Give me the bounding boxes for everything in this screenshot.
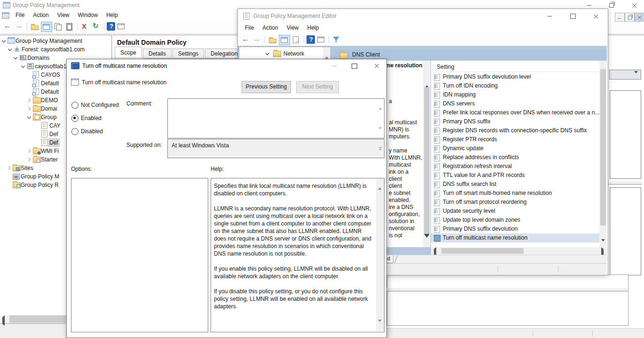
gpm-lower-splitter[interactable] xyxy=(387,288,628,291)
dialog-minimize-button[interactable] xyxy=(328,62,340,70)
previous-setting-button[interactable]: Previous Setting xyxy=(242,81,291,93)
gpme-settings-pane: Setting Primary DNS suffix devolution le… xyxy=(431,61,599,247)
chevron-down-icon[interactable] xyxy=(265,51,270,56)
settings-item-turn-off-smart-multi-homed-name-resolution[interactable]: Turn off smart multi-homed name resoluti… xyxy=(431,189,599,198)
settings-item-turn-off-smart-protocol-reordering[interactable]: Turn off smart protocol reordering xyxy=(431,198,599,207)
settings-item-register-ptr-records[interactable]: Register PTR records xyxy=(431,135,599,144)
new-window-icon[interactable] xyxy=(116,22,126,31)
tab-settings[interactable]: Settings xyxy=(173,48,204,59)
menu-file[interactable]: File xyxy=(241,23,258,32)
settings-item-idn-mapping[interactable]: IDN mapping xyxy=(431,90,599,99)
settings-item-update-top-level-domain-zones[interactable]: Update top level domain zones xyxy=(431,216,599,225)
up-one-level-icon[interactable] xyxy=(267,35,278,44)
settings-item-register-dns-records-with-connection-specific-dns-suffix[interactable]: Register DNS records with connection-spe… xyxy=(431,126,599,135)
settings-item-prefer-link-local-responses-over-dns-when-received-over-a-n[interactable]: Prefer link local responses over DNS whe… xyxy=(431,108,599,117)
scroll-up-arrow[interactable] xyxy=(378,181,382,187)
settings-item-dynamic-update[interactable]: Dynamic update xyxy=(431,144,599,153)
scrollbar-thumb[interactable] xyxy=(9,315,71,323)
chevron-right-icon[interactable] xyxy=(27,98,31,103)
radio-disabled-icon[interactable] xyxy=(71,128,79,135)
tree-item-label: Default xyxy=(41,88,59,96)
next-setting-button[interactable]: Next Setting xyxy=(296,81,339,93)
gpme-hscrollbar[interactable] xyxy=(431,247,607,255)
comment-textarea[interactable] xyxy=(167,98,385,138)
tab-details[interactable]: Details xyxy=(143,48,172,59)
chevron-down-icon[interactable] xyxy=(13,56,18,60)
settings-item-turn-off-idn-encoding[interactable]: Turn off IDN encoding xyxy=(431,81,599,90)
menu-view[interactable]: View xyxy=(283,23,303,32)
scroll-down-arrow[interactable] xyxy=(424,238,430,244)
help-vscrollbar[interactable] xyxy=(376,178,384,331)
chevron-right-icon[interactable] xyxy=(7,166,11,170)
gpo-links-combo[interactable] xyxy=(609,70,641,80)
chevron-down-icon[interactable] xyxy=(27,115,31,120)
filter-icon[interactable] xyxy=(331,35,342,44)
gpme-settings-vscrollbar[interactable] xyxy=(599,61,607,247)
gpme-close-button[interactable] xyxy=(589,12,602,20)
dialog-close-button[interactable] xyxy=(370,61,383,70)
settings-item-label: Register DNS records with connection-spe… xyxy=(443,126,587,135)
tree-item-group-policy-management[interactable]: Group Policy Management xyxy=(0,37,111,45)
scroll-up-arrow[interactable] xyxy=(424,79,430,85)
tree-item-forest-cayosoftlab1-com[interactable]: Forest: cayosoftlab1.com xyxy=(0,45,111,54)
gpme-extended-vscrollbar[interactable] xyxy=(423,61,431,247)
settings-item-registration-refresh-interval[interactable]: Registration refresh interval xyxy=(431,162,599,171)
settings-item-dns-suffix-search-list[interactable]: DNS suffix search list xyxy=(431,180,599,189)
chevron-down-icon[interactable] xyxy=(8,47,12,52)
settings-item-ttl-value-for-a-and-ptr-records[interactable]: TTL value for A and PTR records xyxy=(431,171,599,180)
settings-item-turn-off-multicast-name-resolution[interactable]: Turn off multicast name resolution xyxy=(431,233,599,242)
radio-enabled-icon[interactable] xyxy=(71,115,79,122)
gpm-splitter[interactable] xyxy=(608,181,642,185)
gpme-maximize-button[interactable] xyxy=(567,12,579,20)
menu-help[interactable]: Help xyxy=(303,23,323,32)
settings-item-primary-dns-suffix-devolution[interactable]: Primary DNS suffix devolution xyxy=(431,225,599,233)
scroll-left-arrow[interactable] xyxy=(2,317,5,324)
forward-icon[interactable] xyxy=(252,35,262,44)
scrollbar-thumb[interactable] xyxy=(424,87,430,234)
settings-item-label: Turn off multicast name resolution xyxy=(443,233,527,242)
scroll-up-arrow[interactable] xyxy=(325,50,329,56)
extended-view-icon[interactable] xyxy=(316,35,326,44)
extended-description-fragment: client xyxy=(389,176,423,183)
export-list-icon[interactable] xyxy=(291,35,301,44)
selected-setting-icon xyxy=(434,235,440,241)
mdi-restore-button[interactable] xyxy=(625,13,635,22)
settings-item-dns-servers[interactable]: DNS servers xyxy=(431,99,599,108)
mdi-minimize-button[interactable] xyxy=(615,13,625,22)
scroll-down-arrow[interactable] xyxy=(378,322,382,329)
chevron-right-icon[interactable] xyxy=(27,106,31,111)
settings-item-primary-dns-suffix-devolution-level[interactable]: Primary DNS suffix devolution level xyxy=(431,72,599,81)
scroll-down-arrow[interactable] xyxy=(378,149,382,156)
scrollbar-thumb[interactable] xyxy=(600,69,606,225)
help-paragraph: If you enable this policy setting, LLMNR… xyxy=(214,265,372,280)
chevron-down-icon[interactable] xyxy=(1,39,6,43)
settings-item-update-security-level[interactable]: Update security level xyxy=(431,207,599,216)
mdi-close-button[interactable] xyxy=(635,13,644,22)
chevron-down-icon[interactable] xyxy=(21,64,25,69)
tab-scope[interactable]: Scope xyxy=(115,47,142,58)
show-console-tree-icon[interactable] xyxy=(279,35,290,45)
gpme-tree-item-network[interactable]: Network xyxy=(283,50,304,57)
chevron-right-icon[interactable] xyxy=(27,149,31,153)
scroll-down-arrow[interactable] xyxy=(378,129,382,136)
menu-action[interactable]: Action xyxy=(258,23,282,32)
help-icon[interactable] xyxy=(306,35,315,44)
extended-description-fragment: ink on a xyxy=(389,169,423,176)
gpme-minimize-button[interactable] xyxy=(543,12,556,20)
gpme-toolbar xyxy=(238,34,607,46)
dialog-maximize-button[interactable] xyxy=(348,62,361,70)
radio-option-enabled[interactable]: Enabled xyxy=(71,115,141,122)
settings-column-header[interactable]: Setting xyxy=(437,64,454,70)
radio-option-disabled[interactable]: Disabled xyxy=(71,128,141,136)
gpm-close-button[interactable] xyxy=(628,1,640,9)
setting-icon xyxy=(434,154,440,161)
radio-not-configured-icon[interactable] xyxy=(71,102,79,109)
gpm-scope-box-2 xyxy=(610,187,641,275)
scrollbar-thumb[interactable] xyxy=(441,248,524,254)
chevron-right-icon[interactable] xyxy=(27,157,31,162)
settings-item-primary-dns-suffix[interactable]: Primary DNS suffix xyxy=(431,117,599,126)
extended-description-fragment: is not xyxy=(389,232,423,239)
scroll-up-arrow[interactable] xyxy=(378,101,382,107)
back-icon[interactable] xyxy=(241,35,251,44)
settings-item-replace-addresses-in-conflicts[interactable]: Replace addresses in conflicts xyxy=(431,153,599,162)
